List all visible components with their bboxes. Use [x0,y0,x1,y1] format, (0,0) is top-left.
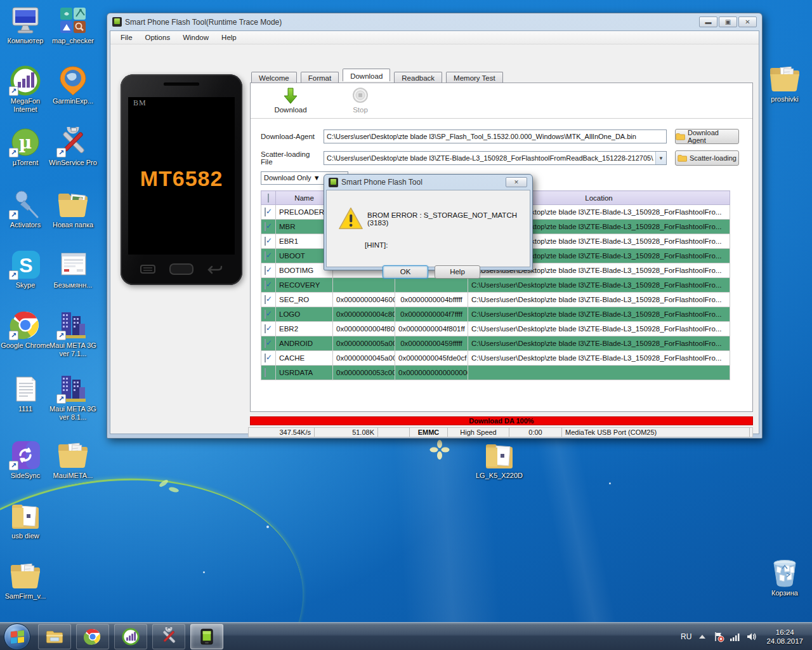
taskbar-spflashtool-button[interactable] [190,624,223,649]
download-agent-input[interactable] [324,129,667,143]
row-checkbox[interactable] [261,366,276,380]
row-name: ANDROID [276,336,333,351]
recycle-icon [768,557,801,588]
row-checkbox[interactable] [261,205,276,220]
row-checkbox[interactable] [261,293,276,307]
svg-text:µ: µ [19,132,32,153]
menu-window[interactable]: Window [176,32,215,43]
row-checkbox[interactable] [261,249,276,263]
ok-button[interactable]: OK [383,265,428,279]
row-checkbox[interactable] [261,263,276,278]
desktop-icon-computer[interactable]: Компьютер [0,5,51,45]
desktop-icon-recycle-bin[interactable]: Корзина [759,557,810,597]
scatter-loading-button[interactable]: Scatter-loading [675,150,739,166]
desktop-icon-megafon-internet[interactable]: ↗MegaFon Internet [0,65,51,114]
network-signal-icon[interactable] [730,631,741,642]
help-button[interactable]: Help [435,265,480,279]
desktop-icon-activators[interactable]: ↗Activators [0,189,51,229]
desktop-icon-label: µTorrent [0,159,51,167]
chrome-icon: ↗ [9,310,42,340]
hidden-icons-arrow-icon[interactable] [699,635,705,639]
desktop-icon-label: Новая папка [48,221,98,229]
download-agent-button[interactable]: Download Agent [675,129,739,144]
desktop-icon-winservice-pro[interactable]: ↗WinService Pro [48,127,98,167]
row-checkbox[interactable] [261,234,276,249]
maximize-button[interactable]: ▣ [719,17,737,27]
desktop-icon-skype[interactable]: S↗Skype [0,249,51,289]
row-checkbox[interactable] [261,307,276,322]
start-button[interactable] [4,623,30,650]
desktop-icon-mauimeta-folder[interactable]: MauiMETA... [48,440,98,480]
desktop-icon-sidesync[interactable]: ↗SideSync [0,440,51,480]
desktop-icon-label: MauiMETA... [48,472,98,480]
desktop-icon-lg-k5-x220d[interactable]: LG_K5_X220D [474,440,525,480]
minimize-button[interactable]: ▬ [699,17,717,27]
download-button[interactable]: Download [262,87,319,114]
row-begin-address: 0x0000000004600000 [333,293,395,307]
dialog-body: BROM ERROR : S_STORAGE_NOT_MATCH (3183) … [326,190,530,267]
scatter-file-input[interactable] [324,151,667,165]
row-checkbox[interactable] [261,336,276,351]
tab-memory-test[interactable]: Memory Test [446,72,503,83]
taskbar-explorer-button[interactable] [38,624,71,649]
volume-icon[interactable] [746,631,757,642]
download-arrow-icon [262,87,319,105]
row-checkbox[interactable] [261,278,276,293]
desktop-icon-google-chrome[interactable]: ↗Google Chrome [0,310,51,350]
table-row-logo[interactable]: LOGO0x0000000004c800000x0000000004f7ffff… [261,307,730,322]
table-row-ebr2[interactable]: EBR20x0000000004f800000x0000000004f801ff… [261,322,730,336]
desktop-icon-untitled-image[interactable]: Безымянн... [48,249,98,289]
row-checkbox[interactable] [261,220,276,234]
tab-welcome[interactable]: Welcome [251,72,297,83]
desktop-icon-usb-diew[interactable]: usb diew [0,500,51,540]
language-indicator[interactable]: RU [681,632,691,641]
action-center-flag-icon[interactable] [713,631,724,642]
desktop-icon-utorrent[interactable]: µ↗µTorrent [0,127,51,167]
menu-help[interactable]: Help [215,32,243,43]
phone-preview: BM MT6582 [121,74,242,285]
row-begin-address: 0x0000000004f80000 [333,322,395,336]
row-end-address: 0x0000000004f7ffff [395,307,468,322]
download-agent-button-label: Download Agent [688,129,738,144]
desktop-icon-new-folder[interactable]: Новая папка [48,189,98,229]
dialog-titlebar[interactable]: Smart Phone Flash Tool ✕ [326,175,530,190]
menu-file[interactable]: File [114,32,139,43]
taskbar-chrome-button[interactable] [76,624,109,649]
table-row-android[interactable]: ANDROID0x0000000005a000000x00000000459ff… [261,336,730,351]
menu-options[interactable]: Options [139,32,177,43]
table-row-recovery[interactable]: RECOVERYC:\Users\user\Desktop\zte blade … [261,278,730,293]
select-all-header[interactable] [261,191,276,205]
windows-logo-icon [11,630,25,644]
desktop-icon-maui-meta-8[interactable]: ↗Maui META 3G ver 8.1... [48,373,98,421]
taskbar-winservice-button[interactable] [152,624,185,649]
close-button[interactable]: ✕ [738,17,757,27]
tab-download[interactable]: Download [343,69,390,81]
app-titlebar[interactable]: Smart Phone Flash Tool(Runtime Trace Mod… [110,13,759,30]
shortcut-arrow-icon: ↗ [56,148,66,157]
row-checkbox[interactable] [261,351,276,366]
tab-format[interactable]: Format [301,72,339,83]
row-checkbox[interactable] [261,322,276,336]
desktop-icon-proshivki[interactable]: proshivki [759,63,810,103]
status-cell-4: High Speed [448,428,509,437]
desktop-icon-maui-meta-7[interactable]: ↗Maui META 3G ver 7.1... [48,310,98,358]
sidesync-icon: ↗ [9,440,42,470]
taskbar-megafon-button[interactable] [114,624,147,649]
table-row-usrdata[interactable]: USRDATA0x0000000053c000000x0000000000000… [261,366,730,380]
desktop-icon-label: Maui META 3G ver 7.1... [48,342,98,358]
clock[interactable]: 16:24 24.08.2017 [766,628,803,646]
dialog-close-icon[interactable]: ✕ [506,177,527,187]
row-name: EBR2 [276,322,333,336]
stop-button[interactable]: Stop [332,87,389,114]
desktop-icon-garmin-express[interactable]: GarminExp... [48,65,98,105]
scatter-dropdown-arrow-icon[interactable]: ▼ [655,152,666,164]
desktop-icon-samfirm[interactable]: SamFirm_v... [0,560,51,600]
row-end-address: 0x00000000459fffff [395,336,468,351]
desktop-icon-map-checker[interactable]: map_checker [48,5,98,45]
desktop-icon-1111[interactable]: 1111 [0,373,51,413]
buildings-icon: ↗ [56,373,89,404]
tab-readback[interactable]: Readback [394,72,442,83]
table-row-cache[interactable]: CACHE0x0000000045a000000x0000000045fde0c… [261,351,730,366]
progress-label: Download DA 100% [469,417,534,425]
table-row-sec_ro[interactable]: SEC_RO0x00000000046000000x0000000004bfff… [261,293,730,307]
